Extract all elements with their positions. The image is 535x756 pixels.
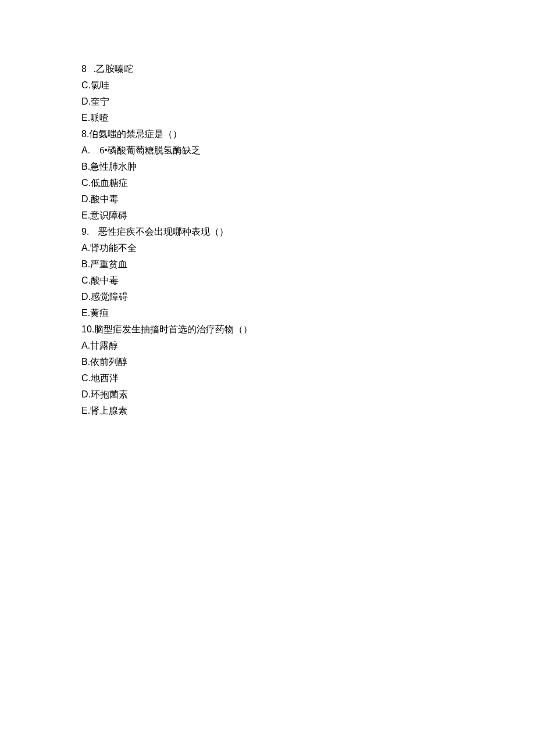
line-text: 黄疸 xyxy=(90,308,109,318)
line-prefix: 8 xyxy=(81,64,87,74)
text-line: 10.脑型疟发生抽搐时首选的治疗药物（） xyxy=(81,321,535,338)
text-line: C.地西泮 xyxy=(81,370,535,386)
text-line: 8 .乙胺嗪咜 xyxy=(81,61,535,77)
text-line: E.肾上腺素 xyxy=(81,403,535,419)
line-prefix: D. xyxy=(81,389,91,399)
line-text: 氯哇 xyxy=(91,80,109,90)
line-prefix: 10. xyxy=(81,324,94,334)
line-text: 肾功能不全 xyxy=(90,243,137,253)
text-line: E.黄疸 xyxy=(81,305,535,321)
line-text: 肾上腺素 xyxy=(90,406,127,415)
line-text: 恶性疟疾不会出现哪种表现（） xyxy=(98,227,229,237)
line-text: 酸中毒 xyxy=(91,275,119,285)
line-prefix: A. xyxy=(81,341,90,350)
line-text: 严重贫血 xyxy=(90,259,127,269)
line-prefix: C. xyxy=(81,275,91,285)
line-text: 甘露醇 xyxy=(90,341,118,350)
line-prefix: E. xyxy=(81,113,90,123)
text-line: D.奎宁 xyxy=(81,94,535,110)
text-line: D.酸中毒 xyxy=(81,191,535,207)
line-text: 地西泮 xyxy=(91,373,119,383)
line-prefix: B. xyxy=(81,162,90,171)
line-prefix: E. xyxy=(81,308,90,318)
line-prefix: 8. xyxy=(81,129,89,139)
line-gap xyxy=(87,61,94,77)
line-prefix: D. xyxy=(81,194,91,204)
text-line: B.依前列醇 xyxy=(81,354,535,370)
text-line: A.甘露醇 xyxy=(81,338,535,354)
line-text: 6•磷酸葡萄糖脱氢酶缺乏 xyxy=(99,145,201,155)
line-text: 哌喳 xyxy=(90,113,109,123)
text-line: 8.伯氨嗤的禁忌症是（） xyxy=(81,126,535,142)
line-text: 急性肺水肿 xyxy=(90,162,137,171)
text-line: B.急性肺水肿 xyxy=(81,159,535,175)
line-prefix: D. xyxy=(81,96,91,106)
line-text: 酸中毒 xyxy=(91,194,119,204)
line-text: 奎宁 xyxy=(91,96,109,106)
line-prefix: C. xyxy=(81,80,91,90)
text-line: B.严重贫血 xyxy=(81,256,535,273)
line-text: 环抱菌素 xyxy=(91,389,128,399)
line-text: .乙胺嗪咜 xyxy=(94,64,133,74)
line-prefix: C. xyxy=(81,178,91,188)
line-text: 感觉障碍 xyxy=(91,292,128,302)
line-text: 脑型疟发生抽搐时首选的治疗药物（） xyxy=(94,324,252,334)
text-line: E.哌喳 xyxy=(81,110,535,126)
line-prefix: D. xyxy=(81,292,91,302)
line-text: 意识障碍 xyxy=(90,210,127,220)
line-gap xyxy=(90,142,99,159)
text-line: E.意识障碍 xyxy=(81,207,535,224)
line-text: 伯氨嗤的禁忌症是（） xyxy=(89,129,182,139)
text-line: D.环抱菌素 xyxy=(81,386,535,403)
text-line: C.低血糖症 xyxy=(81,175,535,191)
text-line: D.感觉障碍 xyxy=(81,289,535,305)
text-line: C.氯哇 xyxy=(81,77,535,94)
line-prefix: E. xyxy=(81,210,90,220)
line-gap xyxy=(89,224,98,240)
line-prefix: 9. xyxy=(81,227,89,237)
line-text: 依前列醇 xyxy=(90,357,127,367)
line-prefix: B. xyxy=(81,259,90,269)
line-prefix: A. xyxy=(81,243,90,253)
line-prefix: B. xyxy=(81,357,90,367)
text-line: A.肾功能不全 xyxy=(81,240,535,256)
line-prefix: A. xyxy=(81,145,90,155)
text-line: A. 6•磷酸葡萄糖脱氢酶缺乏 xyxy=(81,142,535,159)
line-prefix: C. xyxy=(81,373,91,383)
line-text: 低血糖症 xyxy=(91,178,128,188)
text-line: 9. 恶性疟疾不会出现哪种表现（） xyxy=(81,224,535,240)
text-line: C.酸中毒 xyxy=(81,273,535,289)
line-prefix: E. xyxy=(81,406,90,415)
